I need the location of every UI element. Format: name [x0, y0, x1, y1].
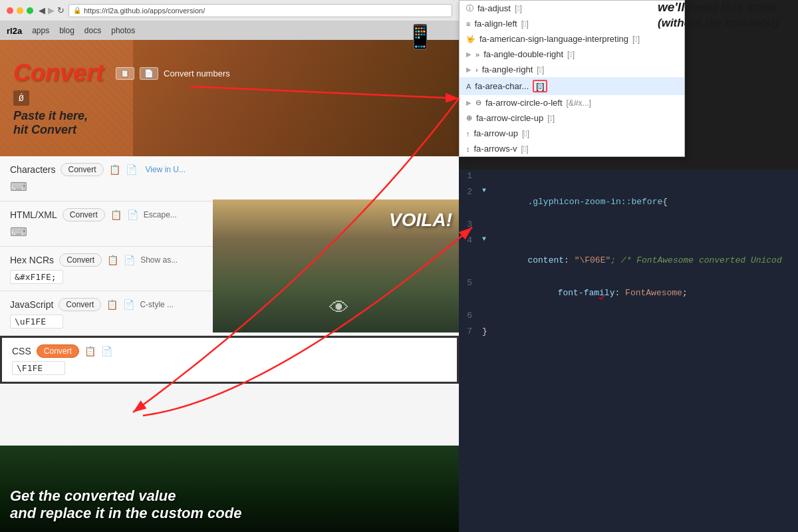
colon-4: :: [564, 255, 575, 265]
line-num-4: 4: [459, 235, 482, 245]
hero-text-block: Convert 📋 📄 Convert numbers Ǿ Paste it h…: [13, 59, 446, 137]
file-icon-html[interactable]: 📄: [127, 209, 138, 220]
bottom-annotation: Get the converted value and replace it i…: [10, 487, 241, 522]
line-content-2: .glyphicon-zoom-in::before{: [486, 187, 798, 217]
row-label-js: JavaScript: [10, 299, 53, 310]
fa-asl-code: []: [632, 35, 640, 44]
dropdown-item-fa-angle-double-right[interactable]: ▶ » fa-angle-double-right []: [460, 47, 684, 62]
dropdown-item-fa-angle-right[interactable]: ▶ › fa-angle-right []: [460, 62, 684, 77]
dropdown-item-fa-arrows-v[interactable]: ↕ fa-arrows-v []: [460, 141, 684, 156]
lock-icon: 🔒: [73, 7, 81, 14]
escape-label: Escape...: [144, 210, 177, 219]
file-icon-characters[interactable]: 📄: [126, 164, 137, 175]
fa-arrow-circle-o-left-code: [&#x...]: [567, 98, 591, 108]
voila-text: VOILA!: [389, 209, 452, 231]
dropdown-item-fa-adjust[interactable]: ⓘ fa-adjust []: [460, 1, 684, 16]
fa-adjust-name: fa-adjust: [477, 3, 511, 13]
view-link-characters[interactable]: View in U...: [146, 165, 186, 174]
code-line-4: 4 ▼ content: "\F06E"; /* FontAwesome con…: [459, 234, 798, 277]
site-name: rl2a: [7, 26, 22, 36]
font-family-value: FontAwesome: [625, 288, 682, 298]
convert-btn-css[interactable]: Convert: [37, 344, 79, 358]
brace-open: {: [662, 197, 668, 207]
copy-icon-html[interactable]: 📋: [110, 209, 122, 220]
bottom-text-line1: Get the converted value: [10, 487, 241, 505]
convert-btn-characters[interactable]: Convert: [61, 163, 103, 176]
fa-asl-icon: 🤟: [466, 35, 475, 43]
dropdown-item-fa-align-left[interactable]: ≡ fa-align-left []: [460, 16, 684, 31]
fa-angle-right-icon: ›: [475, 66, 478, 74]
selector-text: .glyphicon-zoom-in::before: [527, 197, 662, 207]
hero-desc: Convert numbers: [164, 68, 230, 78]
line-content-5: font-family: FontAwesome;: [482, 278, 798, 308]
fa-angle-double-right-code: []: [567, 50, 575, 59]
convert-btn-html[interactable]: Convert: [63, 208, 105, 221]
hero-input-code: Ǿ: [13, 90, 29, 106]
expand-arrow-2: ▶: [466, 66, 471, 73]
line-num-2: 2: [459, 187, 482, 197]
fa-arrow-up-name: fa-arrow-up: [474, 128, 518, 138]
fa-align-left-icon: ≡: [466, 20, 470, 28]
minimize-dot[interactable]: [17, 7, 23, 14]
fa-arrow-up-code: []: [522, 129, 529, 138]
convert-btn-hex[interactable]: Convert: [59, 253, 102, 267]
back-button[interactable]: ◀: [39, 5, 45, 15]
hero-file-icon[interactable]: 📄: [140, 67, 158, 80]
cstyle-label: C-style ...: [140, 300, 174, 309]
phone-icon: 📱: [406, 23, 435, 51]
file-icon-hex[interactable]: 📄: [124, 255, 135, 265]
left-panel: ◀ ▶ ↻ 🔒 https://rl2a.github.io/apps/conv…: [0, 0, 459, 532]
dropdown-item-fa-arrow-up[interactable]: ↑ fa-arrow-up []: [460, 126, 684, 141]
hero-section: Convert 📋 📄 Convert numbers Ǿ Paste it h…: [0, 40, 459, 156]
code-editor: 1 2 ▼ .glyphicon-zoom-in::before{ 3 4 ▼ …: [459, 170, 798, 532]
forward-button[interactable]: ▶: [48, 5, 55, 15]
fa-arrow-circle-up-name: fa-arrow-circle-up: [476, 113, 543, 123]
nav-photos[interactable]: photos: [111, 26, 135, 35]
nav-blog[interactable]: apps: [32, 26, 49, 35]
fa-arrows-v-icon: ↕: [466, 145, 470, 153]
paste-hint-line1: Paste it here,: [13, 109, 446, 123]
url-bar[interactable]: 🔒 https://rl2a.github.io/apps/conversion…: [68, 4, 452, 17]
copy-icon-js[interactable]: 📋: [106, 299, 118, 310]
browser-bar: ◀ ▶ ↻ 🔒 https://rl2a.github.io/apps/conv…: [0, 0, 459, 21]
dropdown-item-fa-area-chart[interactable]: A fa-area-char... []: [460, 77, 684, 95]
nav-docs[interactable]: blog: [59, 26, 74, 35]
bottom-text-line2: and replace it in the custom code: [10, 505, 241, 522]
js-value: \uF1FE: [10, 315, 63, 329]
line-content-4: content: "\F06E"; /* FontAwesome convert…: [486, 235, 798, 275]
line-num-3: 3: [459, 219, 482, 229]
file-icon-css[interactable]: 📄: [101, 346, 112, 356]
hero-copy-icon[interactable]: 📋: [116, 67, 134, 80]
nav-apps[interactable]: docs: [84, 26, 101, 35]
fa-align-left-code: []: [521, 19, 529, 29]
dropdown-item-fa-arrow-circle-o-left[interactable]: ▶ ⊖ fa-arrow-circle-o-left [&#x...]: [460, 95, 684, 110]
brace-close: }: [482, 327, 487, 336]
row-label-hex: Hex NCRs: [10, 255, 54, 265]
copy-icon-characters[interactable]: 📋: [109, 164, 120, 175]
refresh-button[interactable]: ↻: [57, 5, 65, 15]
code-annotation: we'll need this code (without the bracke…: [658, 0, 798, 31]
line-num-6: 6: [459, 311, 482, 321]
content-property: content: [527, 255, 564, 265]
close-dot[interactable]: [7, 7, 13, 14]
right-panel: ⓘ fa-adjust [] ≡ fa-align-left [] 🤟 fa…: [459, 0, 798, 532]
eye-icon: 👁: [329, 297, 349, 319]
copy-icon-css[interactable]: 📋: [84, 346, 96, 356]
fa-arrows-v-code: []: [521, 144, 529, 154]
fa-angle-right-name: fa-angle-right: [482, 65, 533, 74]
indent-4: [527, 245, 541, 255]
fa-angle-right-code: []: [537, 65, 544, 74]
convert-btn-js[interactable]: Convert: [59, 298, 101, 311]
dropdown-item-fa-arrow-circle-up[interactable]: ⊕ fa-arrow-circle-up []: [460, 110, 684, 126]
code-line-2: 2 ▼ .glyphicon-zoom-in::before{: [459, 186, 798, 218]
line-num-5: 5: [459, 278, 482, 288]
semicolon-5: ;: [682, 288, 688, 298]
fa-area-chart-code-highlight: []: [533, 80, 547, 92]
code-line-1: 1: [459, 170, 798, 186]
dropdown-item-fa-asl[interactable]: 🤟 fa-american-sign-language-interpreting…: [460, 31, 684, 47]
file-icon-js[interactable]: 📄: [123, 299, 134, 310]
hex-value: &#xF1FE;: [10, 270, 63, 284]
fa-area-chart-icon: A: [466, 82, 471, 90]
maximize-dot[interactable]: [27, 7, 33, 14]
copy-icon-hex[interactable]: 📋: [107, 255, 118, 265]
